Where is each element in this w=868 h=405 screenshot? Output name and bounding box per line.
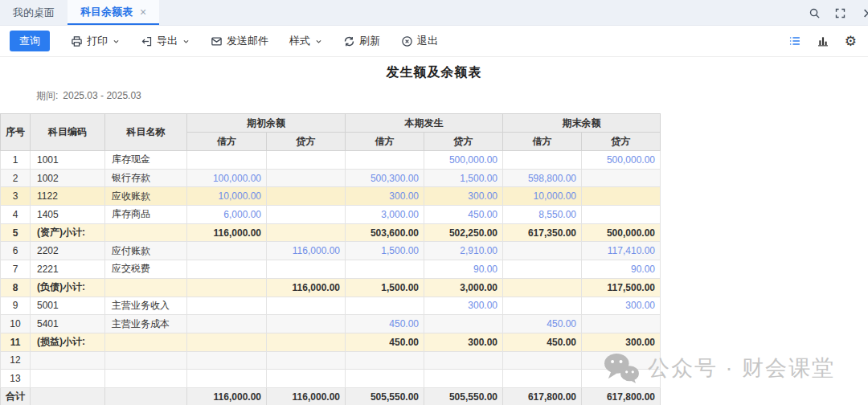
cell-current-debit[interactable] [346, 260, 424, 279]
cell-opening-debit[interactable] [187, 260, 267, 279]
cell-code[interactable]: 1405 [31, 206, 105, 224]
cell-name[interactable]: 主营业务收入 [105, 297, 187, 315]
cell-closing-debit[interactable]: 617,350.00 [503, 223, 582, 242]
cell-name[interactable] [105, 278, 187, 297]
cell-opening-debit[interactable] [187, 315, 267, 333]
table-total-row[interactable]: 合计116,000.00116,000.00505,550.00505,550.… [1, 387, 661, 405]
cell-code[interactable]: 5401 [31, 315, 105, 333]
cell-opening-credit[interactable] [267, 333, 346, 351]
table-row[interactable]: 31122应收账款10,000.00300.00300.0010,000.00 [1, 187, 661, 206]
table-row[interactable]: 11(损益)小计:450.00300.00450.00300.00 [1, 333, 661, 351]
cell-opening-credit[interactable] [267, 315, 346, 333]
chevron-right-icon[interactable] [860, 7, 868, 19]
cell-current-debit[interactable] [346, 351, 424, 370]
cell-name[interactable] [105, 351, 187, 370]
cell-opening-debit[interactable] [187, 370, 267, 388]
cell-current-debit[interactable]: 450.00 [346, 333, 424, 351]
cell-name[interactable]: 主营业务成本 [105, 315, 187, 333]
cell-opening-credit[interactable] [267, 206, 346, 224]
cell-closing-credit[interactable] [582, 206, 661, 224]
cell-opening-debit[interactable]: 6,000.00 [187, 206, 267, 224]
cell-closing-debit[interactable] [503, 151, 582, 170]
bar-chart-icon[interactable] [817, 35, 829, 47]
cell-current-debit[interactable] [346, 370, 424, 388]
query-button[interactable]: 查询 [10, 31, 50, 51]
cell-closing-credit[interactable]: 90.00 [582, 260, 661, 279]
table-row[interactable]: 41405库存商品6,000.003,000.00450.008,550.00 [1, 206, 661, 224]
cell-closing-debit[interactable]: 598,800.00 [503, 169, 582, 187]
cell-seq[interactable]: 7 [1, 260, 31, 279]
cell-opening-debit[interactable] [187, 297, 267, 315]
cell-opening-credit[interactable]: 116,000.00 [267, 242, 346, 260]
cell-current-credit[interactable] [424, 315, 503, 333]
cell-seq[interactable]: 8 [1, 278, 31, 297]
cell-seq[interactable]: 3 [1, 187, 31, 206]
table-row[interactable]: 62202应付账款116,000.001,500.002,910.00117,4… [1, 242, 661, 260]
cell-opening-debit[interactable] [187, 151, 267, 170]
cell-closing-credit[interactable]: 117,500.00 [582, 278, 661, 297]
cell-opening-credit[interactable] [267, 297, 346, 315]
cell-current-credit[interactable]: 1,500.00 [424, 169, 503, 187]
cell-current-debit[interactable]: 300.00 [346, 187, 424, 206]
cell-code[interactable]: 2221 [31, 260, 105, 279]
cell-opening-credit[interactable]: 116,000.00 [267, 387, 346, 405]
cell-closing-debit[interactable] [503, 297, 582, 315]
cell-closing-credit[interactable]: 617,800.00 [582, 387, 661, 405]
cell-current-credit[interactable]: 450.00 [424, 206, 503, 224]
cell-closing-debit[interactable] [503, 278, 582, 297]
cell-code[interactable]: 1122 [31, 187, 105, 206]
cell-code[interactable] [31, 387, 105, 405]
cell-name[interactable] [105, 387, 187, 405]
cell-closing-credit[interactable] [582, 351, 661, 370]
cell-seq[interactable]: 13 [1, 370, 31, 388]
cell-seq[interactable]: 1 [1, 151, 31, 170]
cell-current-debit[interactable]: 1,500.00 [346, 242, 424, 260]
cell-opening-debit[interactable]: 100,000.00 [187, 169, 267, 187]
cell-name[interactable] [105, 223, 187, 242]
refresh-button[interactable]: 刷新 [343, 34, 380, 48]
cell-current-debit[interactable]: 505,550.00 [346, 387, 424, 405]
cell-current-debit[interactable]: 1,500.00 [346, 278, 424, 297]
tab-account-balance-sheet[interactable]: 科目余额表 × [68, 0, 159, 25]
tab-my-desktop[interactable]: 我的桌面 [0, 0, 68, 25]
cell-opening-credit[interactable] [267, 370, 346, 388]
cell-closing-credit[interactable] [582, 169, 661, 187]
cell-closing-credit[interactable]: 500,000.00 [582, 223, 661, 242]
table-row[interactable]: 21002银行存款100,000.00500,300.001,500.00598… [1, 169, 661, 187]
table-row[interactable]: 12 [1, 351, 661, 370]
cell-seq[interactable]: 4 [1, 206, 31, 224]
table-row[interactable]: 11001库存现金500,000.00500,000.00 [1, 151, 661, 170]
cell-code[interactable]: (损益)小计: [31, 333, 105, 351]
cell-current-credit[interactable]: 300.00 [424, 333, 503, 351]
cell-name[interactable]: 银行存款 [105, 169, 187, 187]
table-row[interactable]: 105401主营业务成本450.00450.00 [1, 315, 661, 333]
cell-current-debit[interactable]: 450.00 [346, 315, 424, 333]
fullscreen-icon[interactable] [834, 7, 846, 19]
cell-code[interactable]: (资产)小计: [31, 223, 105, 242]
export-button[interactable]: 导出 [141, 34, 190, 48]
cell-current-debit[interactable]: 3,000.00 [346, 206, 424, 224]
cell-opening-credit[interactable] [267, 260, 346, 279]
cell-seq[interactable]: 5 [1, 223, 31, 242]
cell-opening-debit[interactable] [187, 333, 267, 351]
cell-opening-credit[interactable] [267, 351, 346, 370]
table-row[interactable]: 95001主营业务收入300.00300.00 [1, 297, 661, 315]
table-row[interactable]: 8(负债)小计:116,000.001,500.003,000.00117,50… [1, 278, 661, 297]
cell-closing-credit[interactable] [582, 370, 661, 388]
cell-code[interactable]: (负债)小计: [31, 278, 105, 297]
cell-current-credit[interactable] [424, 370, 503, 388]
cell-closing-debit[interactable] [503, 351, 582, 370]
cell-closing-debit[interactable] [503, 260, 582, 279]
cell-current-credit[interactable]: 300.00 [424, 187, 503, 206]
cell-opening-credit[interactable] [267, 169, 346, 187]
cell-seq[interactable]: 10 [1, 315, 31, 333]
cell-closing-debit[interactable]: 450.00 [503, 315, 582, 333]
cell-name[interactable]: 应收账款 [105, 187, 187, 206]
cell-closing-credit[interactable]: 300.00 [582, 333, 661, 351]
cell-closing-credit[interactable] [582, 187, 661, 206]
cell-seq[interactable]: 6 [1, 242, 31, 260]
cell-closing-credit[interactable]: 300.00 [582, 297, 661, 315]
cell-opening-debit[interactable] [187, 242, 267, 260]
cell-current-credit[interactable]: 90.00 [424, 260, 503, 279]
cell-opening-credit[interactable] [267, 187, 346, 206]
